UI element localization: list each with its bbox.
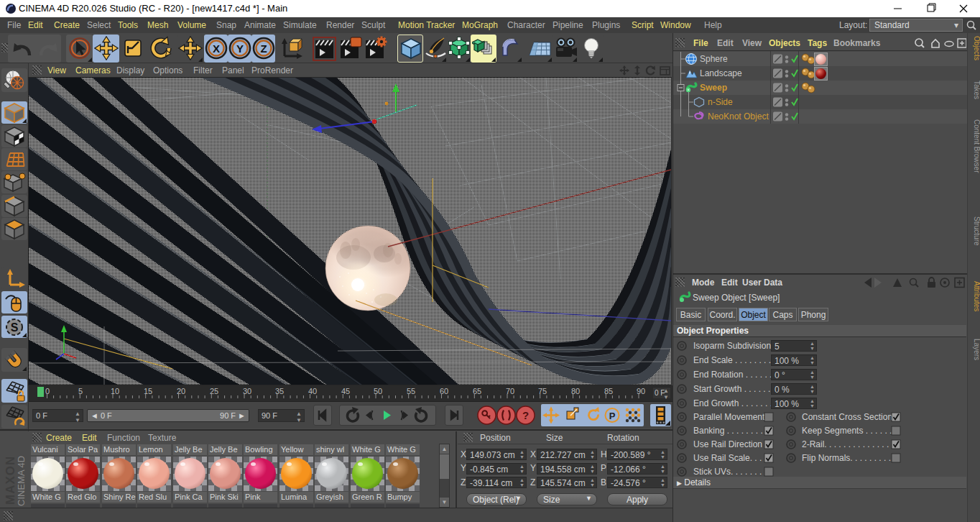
svg-text:Y: Y bbox=[236, 42, 244, 55]
svg-text:?: ? bbox=[522, 409, 529, 421]
svg-text:S: S bbox=[11, 321, 19, 334]
svg-text:X: X bbox=[213, 42, 220, 55]
svg-text:Z: Z bbox=[260, 42, 267, 55]
svg-text:P: P bbox=[609, 411, 616, 421]
